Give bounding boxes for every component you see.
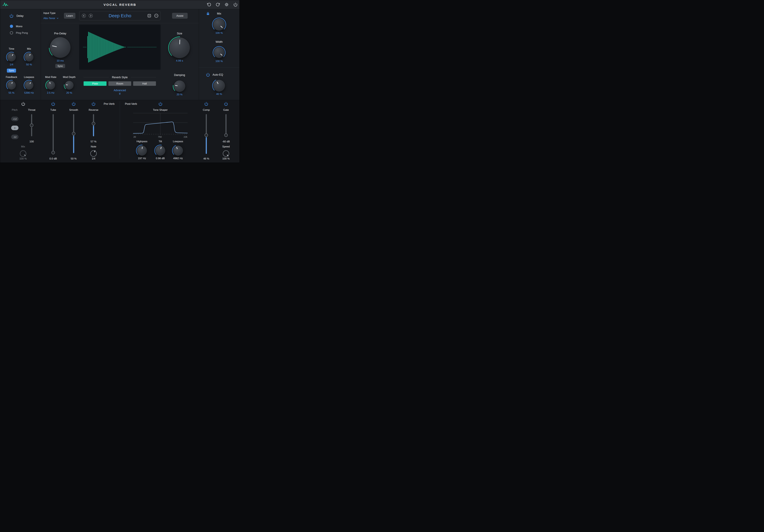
mod-depth-knob[interactable] (65, 81, 74, 90)
redo-button[interactable] (216, 3, 220, 7)
mix-lock-icon[interactable] (206, 12, 210, 16)
preset-menu-ellipsis-icon[interactable] (154, 14, 159, 18)
gate-value: -60 dB (222, 140, 230, 143)
pitch-zero-button[interactable]: 0 (11, 125, 19, 130)
tube-slider[interactable] (51, 114, 55, 153)
pitch-up-button[interactable]: +12 (11, 116, 19, 121)
pitch-mix-knob[interactable] (20, 150, 26, 157)
output-mix-label: Mix (217, 12, 221, 15)
auto-eq-label: Auto-EQ (213, 73, 223, 76)
style-room-button[interactable]: Room (108, 82, 131, 86)
width-knob[interactable] (214, 47, 225, 58)
pitch-zero-label: 0 (14, 127, 15, 129)
pitch-up-label: +12 (13, 118, 17, 120)
ping-pong-radio[interactable] (10, 31, 13, 35)
delay-mix-value: 50 % (26, 63, 32, 66)
tilt-knob[interactable] (155, 146, 165, 156)
tilt-label: Tilt (159, 140, 162, 143)
damping-knob[interactable] (174, 81, 185, 92)
feedback-value: 55 % (9, 91, 15, 94)
predelay-sync-button[interactable]: Sync (55, 64, 65, 68)
double-chevron-down-icon (118, 92, 121, 95)
undo-button[interactable] (207, 3, 211, 7)
delay-time-knob[interactable] (7, 53, 16, 62)
eq-freq-ticks (133, 134, 188, 135)
tone-shaper-graph[interactable] (133, 113, 188, 135)
delay-mix-knob[interactable] (25, 53, 34, 62)
delay-lowpass-knob[interactable] (25, 81, 34, 90)
pre-delay-knob[interactable] (50, 37, 71, 58)
bypass-power-button[interactable] (234, 3, 238, 7)
throat-slider[interactable] (30, 114, 34, 136)
style-hall-button[interactable]: Hall (133, 82, 156, 86)
gate-power-button[interactable] (224, 102, 228, 106)
reverb-style-label: Reverb Style (112, 76, 127, 79)
delay-sync-button[interactable]: Sync (7, 69, 16, 73)
tube-power-button[interactable] (51, 102, 55, 106)
app-logo-icon (2, 2, 8, 7)
mono-radio[interactable] (10, 25, 13, 28)
assist-button[interactable]: Assist (172, 13, 188, 19)
delay-lowpass-label: Lowpass (24, 76, 34, 79)
output-panel: Mix 100 % Width 100 % Auto-EQ 40 % (199, 9, 240, 100)
reverse-note-knob[interactable] (90, 150, 97, 157)
post-lowpass-knob[interactable] (173, 146, 183, 156)
highpass-value: 197 Hz (138, 157, 146, 160)
reverse-label: Reverse (89, 109, 98, 111)
preset-next-button[interactable] (89, 14, 93, 18)
highpass-label: Highpass (137, 140, 147, 143)
size-knob[interactable] (169, 38, 190, 58)
settings-gear-icon[interactable] (225, 3, 229, 7)
reverse-value: 57 % (91, 140, 96, 143)
smooth-value: 50 % (71, 157, 77, 160)
gate-slider[interactable] (224, 114, 228, 136)
mod-rate-knob[interactable] (46, 81, 55, 90)
gate-speed-value: 100 % (222, 157, 230, 160)
assist-button-label: Assist (176, 15, 183, 17)
advanced-label: Advanced (114, 89, 126, 92)
advanced-toggle[interactable]: Advanced (114, 89, 126, 95)
auto-eq-knob[interactable] (213, 80, 225, 92)
delay-power-button[interactable] (9, 14, 13, 18)
learn-button[interactable]: Learn (64, 13, 76, 19)
comp-slider[interactable] (204, 114, 208, 154)
input-type-dropdown[interactable]: Alto-Tenor (43, 17, 59, 20)
damping-label: Damping (174, 74, 185, 77)
waveform-bars (79, 25, 161, 70)
auto-eq-power-button[interactable] (206, 73, 210, 77)
delay-feedback-knob[interactable] (7, 81, 16, 90)
tube-value: 0.0 dB (49, 157, 57, 160)
preset-random-dice-icon[interactable] (147, 14, 152, 18)
tube-label: Tube (50, 109, 56, 111)
pitch-power-button[interactable] (21, 102, 25, 106)
mod-rate-label: Mod Rate (45, 76, 56, 79)
tone-shaper-power-button[interactable] (158, 102, 162, 106)
smooth-slider[interactable] (72, 114, 76, 153)
smooth-power-button[interactable] (72, 102, 76, 106)
size-value: 4.99 s (176, 60, 183, 62)
header-divider (41, 23, 199, 23)
post-lowpass-label: Lowpass (173, 140, 183, 143)
comp-power-button[interactable] (204, 102, 208, 106)
reverse-note-label: Note (91, 145, 96, 148)
input-type-label: Input Type (43, 12, 56, 14)
app-title: VOCAL REVERB (103, 3, 136, 6)
reverse-power-button[interactable] (92, 102, 96, 106)
pre-verb-section-label: Pre-Verb (103, 102, 114, 105)
preset-prev-button[interactable] (82, 14, 86, 18)
chevron-down-icon (56, 17, 59, 19)
pre-delay-label: Pre-Delay (54, 32, 66, 35)
comp-value: 46 % (203, 157, 209, 160)
gate-speed-knob[interactable] (223, 150, 229, 157)
input-type-value: Alto-Tenor (43, 17, 55, 20)
reverse-slider[interactable] (92, 114, 96, 136)
style-plate-button[interactable]: Plate (84, 82, 106, 86)
delay-section-label: Delay (17, 15, 24, 17)
reverb-waveform-display (79, 25, 161, 70)
highpass-knob[interactable] (137, 146, 147, 156)
output-mix-knob[interactable] (213, 19, 225, 31)
pre-delay-value: 10 ms (57, 60, 64, 62)
pitch-down-button[interactable]: -12 (11, 135, 19, 139)
pitch-down-label: -12 (13, 136, 17, 138)
plugin-window: VOCAL REVERB Delay Mono Ping Pong Time 1… (0, 0, 240, 163)
